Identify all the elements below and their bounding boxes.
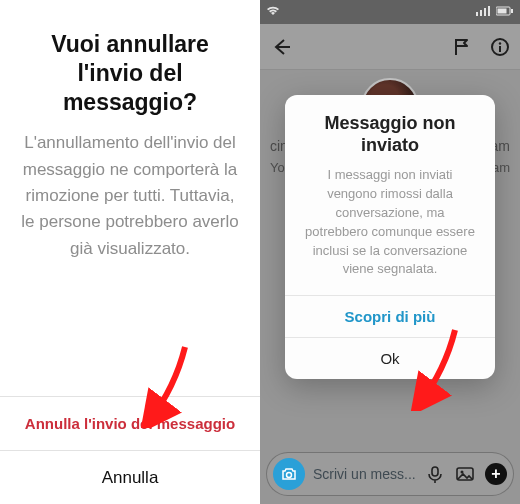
unsend-button[interactable]: Annulla l'invio del messaggio	[0, 396, 260, 450]
svg-point-10	[287, 473, 292, 478]
chat-screen: cin am You am Messaggio non inviato I me…	[260, 0, 520, 504]
camera-button[interactable]	[273, 458, 305, 490]
unsend-confirm-dialog: Vuoi annullare l'invio del messaggio? L'…	[0, 0, 260, 504]
composer-placeholder[interactable]: Scrivi un mess...	[313, 466, 417, 482]
cancel-button[interactable]: Annulla	[0, 450, 260, 504]
composer-actions: +	[425, 463, 507, 485]
learn-more-button[interactable]: Scopri di più	[285, 295, 495, 337]
message-composer[interactable]: Scrivi un mess... +	[266, 452, 514, 496]
gallery-icon[interactable]	[455, 464, 475, 484]
mic-icon[interactable]	[425, 464, 445, 484]
add-button[interactable]: +	[485, 463, 507, 485]
svg-rect-11	[432, 467, 438, 476]
modal-title: Messaggio non inviato	[285, 95, 495, 166]
spacer	[0, 278, 260, 396]
not-sent-modal: Messaggio non inviato I messaggi non inv…	[285, 95, 495, 379]
modal-body: I messaggi non inviati vengono rimossi d…	[285, 166, 495, 295]
dialog-title: Vuoi annullare l'invio del messaggio?	[0, 20, 260, 130]
spacer	[0, 0, 260, 20]
dialog-body: L'annullamento dell'invio del messaggio …	[0, 130, 260, 278]
ok-button[interactable]: Ok	[285, 337, 495, 379]
